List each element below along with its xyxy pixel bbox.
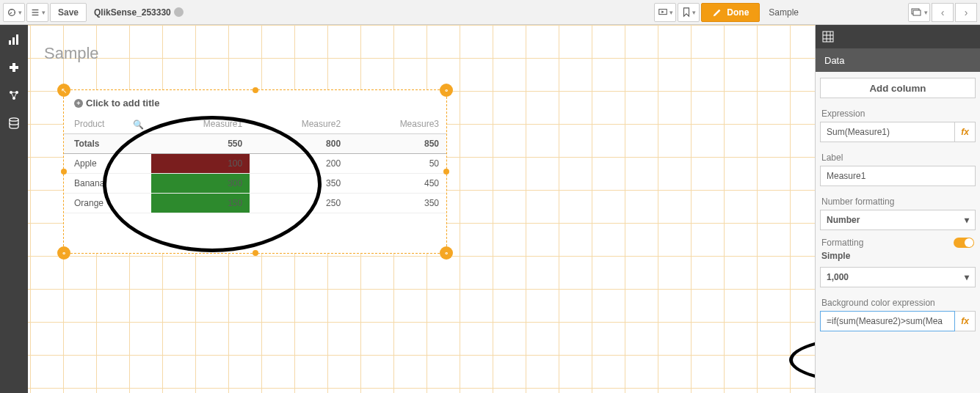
handle-bottom-right[interactable]: ⚬	[440, 246, 453, 260]
extensions-icon[interactable]	[7, 60, 21, 75]
col-product[interactable]: Product🔍	[64, 114, 151, 134]
app-name-label: QlikSense_253330	[94, 7, 184, 18]
pencil-icon	[712, 7, 722, 18]
svg-rect-8	[913, 10, 921, 15]
caret-down-icon: ▾	[18, 9, 22, 16]
data-table: Product🔍 Measure1 Measure2 Measure3 Tota…	[64, 114, 446, 213]
number-formatting-label: Number formatting	[821, 196, 974, 207]
table-icon[interactable]	[816, 25, 841, 48]
bookmark-button[interactable]: ▾	[678, 3, 700, 22]
handle-mid-left[interactable]	[61, 169, 67, 175]
formatting-label: Formatting	[821, 238, 863, 248]
table-row[interactable]: Apple 100 200 50	[64, 154, 446, 174]
svg-rect-19	[823, 32, 833, 42]
number-formatting-select[interactable]: Number ▾	[820, 210, 976, 230]
svg-point-18	[10, 118, 18, 121]
present-button[interactable]: ▾	[654, 3, 676, 22]
search-icon[interactable]: 🔍	[133, 120, 144, 130]
totals-row: Totals 550 800 850	[64, 134, 446, 154]
master-items-icon[interactable]	[7, 88, 21, 103]
plus-icon: +	[74, 99, 83, 108]
expression-input[interactable]	[820, 122, 955, 142]
formatting-toggle[interactable]	[954, 238, 974, 248]
col-measure2[interactable]: Measure2	[250, 114, 348, 134]
caret-down-icon: ▾	[965, 215, 969, 225]
caret-down-icon: ▾	[965, 272, 969, 282]
info-icon	[174, 7, 184, 17]
top-toolbar: ▾ ▾ Save QlikSense_253330 ▾ ▾ Done Sampl…	[0, 0, 980, 25]
label-input[interactable]	[820, 166, 976, 186]
bg-color-expression-input[interactable]	[820, 311, 955, 331]
expression-label: Expression	[821, 109, 974, 119]
caret-down-icon: ▾	[924, 9, 928, 16]
sheet-title[interactable]: Sample	[44, 44, 99, 63]
label-label: Label	[821, 153, 974, 163]
props-tabs	[816, 25, 980, 48]
list-button[interactable]: ▾	[26, 3, 48, 22]
fx-button[interactable]: fx	[955, 122, 976, 142]
col-measure3[interactable]: Measure3	[348, 114, 446, 134]
done-button[interactable]: Done	[701, 3, 760, 22]
viz-title-placeholder[interactable]: + Click to add title	[64, 90, 446, 114]
bg-color-expression-label: Background color expression	[821, 298, 974, 308]
col-measure1[interactable]: Measure1	[151, 114, 250, 134]
prev-sheet-button[interactable]: ‹	[932, 3, 954, 22]
fields-icon[interactable]	[7, 116, 21, 131]
svg-rect-9	[9, 40, 11, 45]
svg-rect-10	[12, 37, 15, 45]
table-visualization[interactable]: ↖ ⚬ ⚬ ⚬ + Click to add title Product🔍 Me…	[63, 89, 447, 254]
caret-down-icon: ▾	[42, 9, 46, 16]
handle-top-right[interactable]: ⚬	[440, 84, 453, 97]
handle-bottom-left[interactable]: ⚬	[57, 246, 70, 260]
sheet-canvas[interactable]: Sample ↖ ⚬ ⚬ ⚬ + Click to add title Prod…	[28, 25, 815, 393]
table-row[interactable]: Orange 150 250 350	[64, 194, 446, 213]
handle-top-left[interactable]: ↖	[57, 84, 70, 97]
handle-mid-right[interactable]	[443, 169, 449, 175]
sheets-button[interactable]: ▾	[908, 3, 930, 22]
next-sheet-button[interactable]: ›	[955, 3, 977, 22]
caret-down-icon: ▾	[692, 9, 696, 16]
formatting-mode: Simple	[821, 251, 974, 261]
svg-line-16	[11, 92, 14, 98]
left-rail	[0, 25, 28, 393]
fx-button[interactable]: fx	[955, 311, 976, 331]
format-pattern-select[interactable]: 1,000 ▾	[820, 267, 976, 287]
caret-down-icon: ▾	[669, 9, 673, 16]
add-column-button[interactable]: Add column	[820, 78, 976, 98]
properties-panel: Data Add column Expression fx Label Numb…	[815, 25, 980, 393]
props-section-header[interactable]: Data	[816, 48, 980, 72]
svg-rect-11	[16, 34, 18, 45]
table-row[interactable]: Banana 300 350 450	[64, 174, 446, 194]
handle-top-mid[interactable]	[253, 87, 258, 93]
handle-bottom-mid[interactable]	[253, 250, 258, 256]
sheet-name-label: Sample	[769, 7, 799, 18]
charts-icon[interactable]	[7, 32, 21, 47]
explore-button[interactable]: ▾	[3, 3, 25, 22]
save-button[interactable]: Save	[50, 3, 87, 22]
svg-line-17	[14, 92, 17, 98]
table-header-row: Product🔍 Measure1 Measure2 Measure3	[64, 114, 446, 134]
